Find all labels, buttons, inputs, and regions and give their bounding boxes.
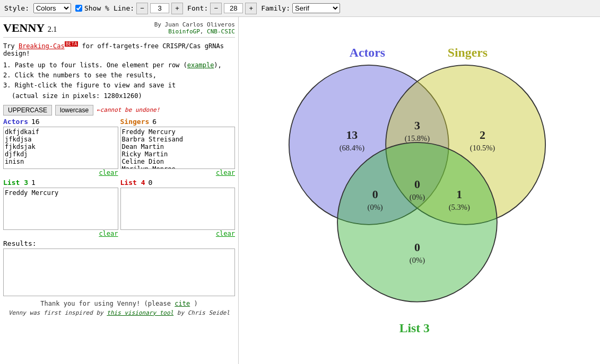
uppercase-button[interactable]: UPPERCASE [3,105,52,116]
app-header: VENNY 2.1 By Juan Carlos Oliveros Bioinf… [3,19,235,38]
results-textarea[interactable] [3,248,235,296]
singers-header: Singers 6 [120,118,236,126]
actors-textarea[interactable]: dkfjdkaif jfkdjsa fjkdsjak djfkdj inisn [3,127,118,169]
all-three-pct: (0%) [409,193,424,202]
lowercase-button[interactable]: lowercase [55,105,93,116]
actors-singers-pct: (15.8%) [404,134,430,143]
actors-count: 16 [31,118,40,126]
footer: Thank you for using Venny! (please cite … [3,300,235,307]
list3-textarea[interactable]: Freddy Mercury [3,188,118,230]
bioinfoGP-link[interactable]: BioinfoGP [168,28,200,35]
singers-title: Singers [120,118,150,126]
list3-header: List 3 1 [3,179,118,187]
list3-clear-link[interactable]: clear [3,230,118,237]
list4-count: 0 [148,179,152,187]
actors-title: Actors [3,118,28,126]
singers-count: 6 [152,118,156,126]
singers-list3-value[interactable]: 1 [456,188,462,200]
instructions: 1. Paste up to four lists. One element p… [3,60,235,101]
list3-title: List 3 [3,179,28,187]
font-group: Font: − + [187,3,257,14]
app-version: 2.1 [48,25,57,33]
breaking-cas-link[interactable]: Breaking-Cas [19,42,65,50]
actors-header: Actors 16 [3,118,118,126]
singers-venn-label: Singers [447,46,487,59]
font-plus-button[interactable]: + [245,3,257,14]
font-minus-button[interactable]: − [210,3,222,14]
results-section: Results: [3,237,235,298]
actors-list3-pct: (0%) [367,202,382,211]
actors-venn-label: Actors [349,46,385,59]
lists-grid: Actors 16 dkfjdkaif jfkdjsa fjkdsjak djf… [3,118,235,237]
family-label: Family: [261,4,290,12]
actors-panel: Actors 16 dkfjdkaif jfkdjsa fjkdsjak djf… [3,118,118,176]
footer-italic: Venny was first inspired by this visiona… [3,309,235,316]
cnb-csic-link[interactable]: CNB-CSIC [207,28,235,35]
list3-circle [337,142,497,301]
toolbar: Style: Colors B&W Patterns Show % Line: … [0,0,600,17]
cite-link[interactable]: cite [175,300,190,307]
singers-panel: Singers 6 Freddy Mercury Barbra Streisan… [120,118,236,176]
beta-notice: Try Breaking-CasBETA for off-targets-fre… [3,41,235,57]
actors-clear-link[interactable]: clear [3,169,118,176]
list3-panel: List 3 1 Freddy Mercury clear [3,179,118,237]
singers-only-pct: (10.5%) [469,144,495,153]
left-panel: VENNY 2.1 By Juan Carlos Oliveros Bioinf… [0,17,239,364]
list4-textarea[interactable] [120,188,236,230]
line-value-input[interactable] [150,3,169,13]
line-plus-button[interactable]: + [171,3,183,14]
venn-diagram-panel: Actors Singers List 3 13 (68.4%) 3 (15.8… [239,17,600,364]
main-container: VENNY 2.1 By Juan Carlos Oliveros Bioinf… [0,17,600,364]
case-buttons: UPPERCASE lowercase ←cannot be undone! [3,105,235,116]
actors-singers-value[interactable]: 3 [414,119,420,132]
list4-title: List 4 [120,179,145,187]
list4-header: List 4 0 [120,179,236,187]
family-select[interactable]: Serif Sans-serif Monospace [292,3,340,13]
actors-only-pct: (68.4%) [339,144,364,153]
style-label: Style: [4,4,29,12]
example-link[interactable]: example [187,61,214,69]
show-percent-checkbox[interactable] [75,5,82,12]
results-label: Results: [3,239,235,247]
line-label: Line: [114,4,134,12]
beta-badge: BETA [65,41,79,47]
actors-list3-value[interactable]: 0 [372,188,378,200]
list3-venn-label: List 3 [399,321,429,335]
cannot-undo-label: ←cannot be undone! [97,106,160,113]
line-minus-button[interactable]: − [136,3,148,14]
font-value-input[interactable] [224,3,243,13]
app-title-block: VENNY 2.1 [3,21,57,35]
singers-list3-pct: (5.3%) [448,202,469,211]
font-label: Font: [187,4,208,12]
line-group: Line: − + [114,3,183,14]
list3-only-value[interactable]: 0 [414,241,420,253]
visionary-tool-link[interactable]: this visionary tool [107,309,173,316]
all-three-value[interactable]: 0 [414,178,420,191]
list3-count: 1 [31,179,36,187]
actors-only-value[interactable]: 13 [346,129,358,141]
list4-clear-link[interactable]: clear [120,230,236,237]
venn-svg: Actors Singers List 3 13 (68.4%) 3 (15.8… [255,26,584,355]
singers-textarea[interactable]: Freddy Mercury Barbra Streisand Dean Mar… [120,127,236,169]
list3-only-pct: (0%) [409,255,424,264]
singers-clear-link[interactable]: clear [120,169,236,176]
family-group: Family: Serif Sans-serif Monospace [261,3,340,13]
style-select[interactable]: Colors B&W Patterns [33,3,71,13]
show-percent-label[interactable]: Show % [75,4,109,12]
app-credit: By Juan Carlos Oliveros BioinfoGP, CNB-C… [154,21,235,35]
list4-panel: List 4 0 clear [120,179,236,237]
app-title: VENNY 2.1 [3,21,57,34]
singers-only-value[interactable]: 2 [480,129,485,141]
